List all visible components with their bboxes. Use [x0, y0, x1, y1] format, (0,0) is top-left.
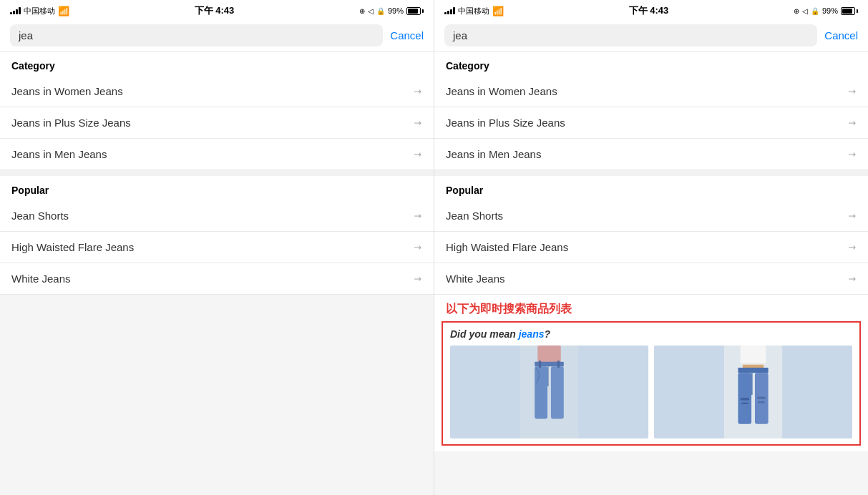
svg-rect-4	[551, 366, 564, 418]
search-query-left: jea	[19, 29, 33, 41]
svg-rect-9	[741, 345, 766, 366]
search-input-right[interactable]: jea	[444, 24, 817, 46]
category-item-right-2[interactable]: Jeans in Men Jeans ↗	[434, 139, 868, 170]
arrow-icon-pop-right-2: ↗	[846, 272, 859, 285]
category-text-right-1: Jeans in Plus Size Jeans	[446, 117, 565, 129]
category-item-left-1[interactable]: Jeans in Plus Size Jeans ↗	[0, 107, 434, 139]
svg-rect-1	[537, 345, 561, 363]
time-right: 下午 4:43	[629, 4, 669, 17]
search-bar-left: jea Cancel	[0, 20, 434, 52]
did-you-mean-box: Did you mean jeans?	[442, 321, 861, 446]
instant-search-label: 以下为即时搜索商品列表	[434, 295, 868, 321]
category-label-right: Category	[434, 52, 868, 76]
arrow-icon-cat-right-2: ↗	[846, 147, 859, 160]
wifi-right: 📶	[492, 6, 504, 16]
lock-icon-left: 🔒	[376, 7, 385, 15]
battery-pct-left: 99%	[388, 6, 404, 15]
bottom-empty-right	[434, 451, 868, 495]
battery-right	[841, 7, 858, 15]
carrier-left: 中国移动	[24, 6, 55, 16]
signal-bars-right	[444, 7, 455, 14]
svg-rect-18	[758, 401, 765, 403]
jeans-svg-1	[450, 345, 648, 438]
popular-item-right-1[interactable]: High Waisted Flare Jeans ↗	[434, 232, 868, 263]
battery-pct-right: 99%	[822, 6, 838, 15]
cancel-button-right[interactable]: Cancel	[824, 29, 858, 41]
arrow-icon-cat-right-1: ↗	[846, 116, 859, 129]
popular-text-right-2: White Jeans	[446, 273, 505, 285]
arrow-icon-cat-right-0: ↗	[846, 84, 859, 97]
popular-label-right: Popular	[434, 176, 868, 200]
divider-right	[434, 170, 868, 176]
location-icon-left: ⊕	[359, 7, 365, 15]
jeans-svg-2	[654, 345, 852, 438]
category-text-right-0: Jeans in Women Jeans	[446, 85, 557, 97]
search-bar-right: jea Cancel	[434, 20, 868, 52]
product-image-2[interactable]	[654, 345, 852, 438]
svg-rect-7	[557, 361, 560, 368]
arrow-icon-cat-left-1: ↗	[411, 116, 424, 129]
search-input-left[interactable]: jea	[10, 24, 383, 46]
wifi-left: 📶	[58, 6, 69, 16]
svg-rect-6	[539, 361, 541, 368]
left-panel: 中国移动 📶 下午 4:43 ⊕ ◁ 🔒 99% jea	[0, 0, 434, 495]
product-images	[450, 345, 852, 438]
category-item-left-2[interactable]: Jeans in Men Jeans ↗	[0, 139, 434, 170]
arrow-icon-pop-left-2: ↗	[411, 272, 424, 285]
popular-item-left-0[interactable]: Jean Shorts ↗	[0, 200, 434, 232]
search-query-right: jea	[453, 29, 467, 41]
arrow-icon-pop-left-1: ↗	[411, 240, 424, 253]
status-bar-right: 中国移动 📶 下午 4:43 ⊕ ◁ 🔒 99%	[434, 0, 868, 20]
category-item-right-1[interactable]: Jeans in Plus Size Jeans ↗	[434, 107, 868, 139]
cancel-button-left[interactable]: Cancel	[390, 29, 424, 41]
popular-text-left-2: White Jeans	[11, 273, 71, 285]
divider-left	[0, 170, 434, 176]
category-text-right-2: Jeans in Men Jeans	[446, 148, 541, 160]
arrow-icon-pop-right-1: ↗	[846, 240, 859, 253]
arrow-icon-cat-left-0: ↗	[411, 84, 424, 97]
did-you-mean-prefix: Did you mean	[450, 328, 519, 340]
status-bar-left: 中国移动 📶 下午 4:43 ⊕ ◁ 🔒 99%	[0, 0, 434, 20]
svg-rect-3	[535, 366, 547, 418]
signal-bars-left	[10, 7, 21, 14]
popular-text-right-0: Jean Shorts	[446, 210, 503, 222]
popular-item-left-2[interactable]: White Jeans ↗	[0, 263, 434, 295]
did-you-mean-link[interactable]: jeans	[519, 328, 545, 340]
bottom-empty-left	[0, 295, 434, 495]
status-left-left: 中国移动 📶	[10, 6, 69, 16]
did-you-mean-text: Did you mean jeans?	[450, 328, 852, 340]
arrow-icon-right: ◁	[802, 7, 808, 15]
product-image-1[interactable]	[450, 345, 648, 438]
arrow-icon-left: ◁	[368, 7, 374, 15]
svg-rect-17	[757, 397, 765, 399]
svg-rect-12	[738, 368, 768, 373]
popular-text-right-1: High Waisted Flare Jeans	[446, 241, 568, 253]
arrow-icon-pop-left-0: ↗	[411, 209, 424, 222]
popular-item-right-0[interactable]: Jean Shorts ↗	[434, 200, 868, 232]
right-panel: 中国移动 📶 下午 4:43 ⊕ ◁ 🔒 99% jea	[434, 0, 868, 495]
main-container: 中国移动 📶 下午 4:43 ⊕ ◁ 🔒 99% jea	[0, 0, 868, 495]
popular-label-left: Popular	[0, 176, 434, 200]
popular-text-left-0: Jean Shorts	[11, 210, 69, 222]
status-right-right: ⊕ ◁ 🔒 99%	[794, 6, 858, 15]
arrow-icon-pop-right-0: ↗	[846, 209, 859, 222]
category-label-left: Category	[0, 52, 434, 76]
popular-item-left-1[interactable]: High Waisted Flare Jeans ↗	[0, 232, 434, 263]
category-item-right-0[interactable]: Jeans in Women Jeans ↗	[434, 76, 868, 107]
time-left: 下午 4:43	[195, 4, 235, 17]
did-you-mean-suffix: ?	[545, 328, 551, 340]
category-text-left-2: Jeans in Men Jeans	[11, 148, 107, 160]
svg-rect-15	[741, 398, 749, 400]
carrier-right: 中国移动	[458, 6, 489, 16]
battery-left	[406, 7, 424, 15]
popular-item-right-2[interactable]: White Jeans ↗	[434, 263, 868, 295]
popular-text-left-1: High Waisted Flare Jeans	[11, 241, 134, 253]
location-icon-right: ⊕	[794, 7, 799, 15]
svg-rect-16	[741, 403, 748, 404]
category-item-left-0[interactable]: Jeans in Women Jeans ↗	[0, 76, 434, 107]
arrow-icon-cat-left-2: ↗	[411, 147, 424, 160]
status-left-right: 中国移动 📶	[444, 6, 504, 16]
status-right-left: ⊕ ◁ 🔒 99%	[359, 6, 424, 15]
category-text-left-1: Jeans in Plus Size Jeans	[11, 117, 131, 129]
category-text-left-0: Jeans in Women Jeans	[11, 85, 123, 97]
